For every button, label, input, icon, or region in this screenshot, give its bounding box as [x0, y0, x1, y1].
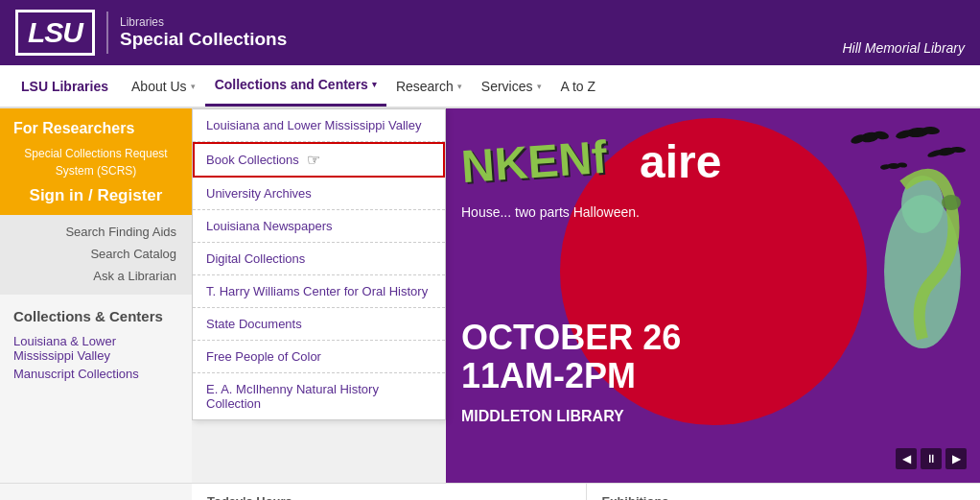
- lsu-logo-text: LSU: [15, 10, 95, 56]
- banner-date-line2: 11AM-2PM: [461, 356, 636, 396]
- collections-centers-section: Collections & Centers Louisiana & Lower …: [0, 295, 192, 393]
- dropdown-item-university-archives[interactable]: University Archives: [193, 178, 445, 210]
- nav-label-about: About Us: [131, 79, 187, 94]
- bats-decoration: [851, 123, 966, 200]
- banner-controls: ◀ ⏸ ▶: [896, 448, 967, 469]
- nav-label-collections: Collections and Centers: [215, 77, 368, 92]
- bottom-col-exhibitions: Exhibitions: [587, 484, 981, 500]
- dropdown-label-louisiana-newspapers: Louisiana Newspapers: [206, 219, 333, 233]
- for-researchers-section: For Researchers Special Collections Requ…: [0, 108, 192, 215]
- dropdown-label-free-people: Free People of Color: [206, 349, 321, 364]
- for-researchers-header: For Researchers: [0, 108, 192, 143]
- lsu-logo-block: LSU Libraries Special Collections: [15, 10, 287, 56]
- dropdown-item-state-documents[interactable]: State Documents: [193, 308, 445, 341]
- nav-label-services: Services: [481, 79, 533, 94]
- navbar: LSU Libraries About Us ▾ Collections and…: [0, 65, 980, 108]
- dropdown-item-llmv[interactable]: Louisiana and Lower Mississippi Valley: [193, 109, 445, 142]
- exhibitions-label: Exhibitions: [602, 494, 669, 500]
- collections-centers-header: Collections & Centers: [13, 308, 178, 324]
- center-area: Louisiana and Lower Mississippi Valley B…: [192, 108, 980, 483]
- dropdown-item-louisiana-newspapers[interactable]: Louisiana Newspapers: [193, 210, 445, 243]
- header-titles: Libraries Special Collections: [120, 15, 287, 50]
- catalog-label: Search Catalog: [90, 247, 176, 261]
- services-arrow-icon: ▾: [537, 82, 542, 91]
- sidebar: For Researchers Special Collections Requ…: [0, 108, 192, 483]
- page-header: LSU Libraries Special Collections Hill M…: [0, 0, 980, 65]
- catalog-link[interactable]: Search Catalog: [0, 243, 192, 265]
- dropdown-label-university-archives: University Archives: [206, 186, 312, 201]
- librarian-label: Ask a Librarian: [93, 269, 176, 283]
- quick-links-section: Search Finding Aids Search Catalog Ask a…: [0, 215, 192, 295]
- sidebar-manuscript-link[interactable]: Manuscript Collections: [13, 365, 178, 383]
- dropdown-item-book-collections[interactable]: Book Collections ☞: [193, 142, 445, 178]
- bottom-bar: Today's Hours Exhibitions: [0, 483, 980, 500]
- nav-label-lsu-libraries: LSU Libraries: [21, 79, 108, 94]
- dropdown-item-digital-collections[interactable]: Digital Collections: [193, 243, 445, 275]
- dropdown-item-harry-williams[interactable]: T. Harry Williams Center for Oral Histor…: [193, 275, 445, 308]
- bottom-col-today: Today's Hours: [192, 484, 587, 500]
- dropdown-label-digital-collections: Digital Collections: [206, 251, 305, 266]
- librarian-link[interactable]: Ask a Librarian: [0, 265, 192, 287]
- finding-aids-label: Search Finding Aids: [65, 225, 176, 239]
- dropdown-label-state-documents: State Documents: [206, 317, 302, 331]
- banner-pause-button[interactable]: ⏸: [921, 448, 942, 469]
- banner-subtitle: House... two parts Halloween.: [461, 204, 640, 220]
- nav-item-research[interactable]: Research ▾: [386, 65, 472, 107]
- nav-item-about[interactable]: About Us ▾: [122, 65, 205, 107]
- banner-date-line1: OCTOBER 26: [461, 318, 681, 358]
- banner-title-faire: aire: [640, 135, 721, 188]
- dropdown-label-llmv: Louisiana and Lower Mississippi Valley: [206, 118, 422, 132]
- about-arrow-icon: ▾: [191, 82, 196, 91]
- header-divider: [106, 12, 108, 54]
- finding-aids-link[interactable]: Search Finding Aids: [0, 221, 192, 243]
- banner-prev-button[interactable]: ◀: [896, 448, 917, 469]
- hill-memorial-label: Hill Memorial Library: [842, 40, 965, 56]
- scrs-label: Special Collections Request System (SCRS…: [24, 147, 167, 178]
- dropdown-item-free-people[interactable]: Free People of Color: [193, 341, 445, 373]
- cursor-icon: ☞: [307, 151, 320, 169]
- banner-next-button[interactable]: ▶: [945, 448, 967, 469]
- nav-item-lsu-libraries[interactable]: LSU Libraries: [8, 65, 122, 107]
- sign-in-link[interactable]: Sign in / Register: [0, 180, 192, 215]
- research-arrow-icon: ▾: [457, 82, 462, 91]
- scrs-link[interactable]: Special Collections Request System (SCRS…: [0, 143, 192, 180]
- banner-location: MIDDLETON LIBRARY: [461, 408, 624, 425]
- banner-area: NKENf aire House... two parts Halloween.…: [446, 108, 980, 483]
- sign-in-label: Sign in / Register: [30, 186, 163, 204]
- special-collections-label: Special Collections: [120, 29, 287, 50]
- sidebar-bottom-spacer: [0, 484, 192, 500]
- main-content: For Researchers Special Collections Requ…: [0, 108, 980, 483]
- today-hours-label: Today's Hours: [207, 494, 292, 500]
- libraries-label: Libraries: [120, 15, 287, 29]
- nav-label-atoz: A to Z: [561, 79, 596, 94]
- sidebar-llmv-link[interactable]: Louisiana & Lower Mississippi Valley: [13, 332, 178, 365]
- for-researchers-title: For Researchers: [13, 120, 134, 136]
- dropdown-label-harry-williams: T. Harry Williams Center for Oral Histor…: [206, 284, 428, 298]
- dropdown-label-mcilhenny: E. A. McIlhenny Natural History Collecti…: [206, 382, 379, 411]
- dropdown-item-mcilhenny[interactable]: E. A. McIlhenny Natural History Collecti…: [193, 373, 445, 419]
- dropdown-label-book-collections: Book Collections: [206, 153, 299, 167]
- nav-item-services[interactable]: Services ▾: [472, 65, 551, 107]
- banner-title-drunken: NKENf: [459, 131, 608, 193]
- nav-item-atoz[interactable]: A to Z: [551, 65, 606, 107]
- lsu-acronym: LSU: [28, 16, 82, 48]
- nav-label-research: Research: [396, 79, 454, 94]
- collections-dropdown: Louisiana and Lower Mississippi Valley B…: [192, 108, 446, 420]
- nav-item-collections[interactable]: Collections and Centers ▾: [205, 65, 386, 107]
- collections-arrow-icon: ▾: [372, 80, 377, 89]
